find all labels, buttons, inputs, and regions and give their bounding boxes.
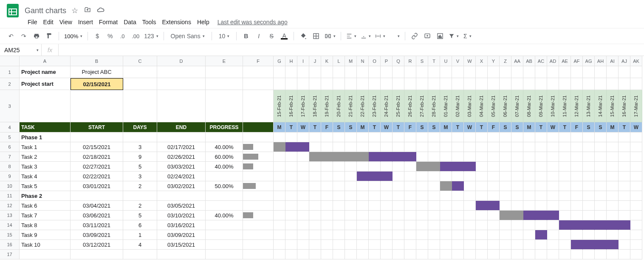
cell[interactable]: S [511,122,523,132]
cell[interactable] [357,78,369,90]
cell[interactable] [428,250,440,259]
cell[interactable] [393,172,404,181]
cell[interactable] [607,250,619,259]
cell[interactable] [393,181,404,191]
cell[interactable] [595,152,607,162]
cell[interactable] [404,211,416,220]
cell[interactable] [464,211,476,220]
cell[interactable]: W [381,122,393,132]
cell[interactable] [476,162,488,172]
cell[interactable] [404,66,416,78]
cell[interactable] [369,201,381,211]
cell[interactable] [357,181,369,191]
cell[interactable] [297,172,309,181]
col-header-W[interactable]: W [464,56,476,66]
cell[interactable] [416,220,428,230]
cell[interactable] [607,230,619,240]
cell[interactable] [476,152,488,162]
cell[interactable] [274,220,285,230]
cell[interactable] [428,201,440,211]
cell[interactable] [559,142,571,152]
cell[interactable] [440,152,452,162]
cell[interactable] [452,132,464,142]
cell[interactable]: 02/15/2021 [71,142,123,152]
cell[interactable] [535,220,547,230]
cell[interactable] [274,230,285,240]
cell[interactable]: 9 [123,152,157,162]
cell[interactable] [123,90,157,122]
cell[interactable] [523,152,535,162]
cell[interactable] [511,152,523,162]
cell[interactable]: DAYS [123,122,157,132]
cell[interactable]: F [571,122,583,132]
cell[interactable] [619,201,630,211]
col-header-Y[interactable]: Y [488,56,500,66]
cell[interactable] [619,250,630,259]
cell[interactable] [309,240,321,250]
cell[interactable] [285,152,297,162]
cell[interactable]: 4 [123,240,157,250]
cell[interactable] [583,220,595,230]
cell[interactable] [476,66,488,78]
cell[interactable]: 03/01/2021 [71,181,123,191]
cell[interactable]: Project ABC [71,66,123,78]
cell[interactable]: 05-Mar-21 [488,90,500,122]
cell[interactable] [357,162,369,172]
cell[interactable] [357,220,369,230]
col-header-AE[interactable]: AE [559,56,571,66]
print-button[interactable] [31,30,42,42]
cell[interactable] [309,181,321,191]
cell[interactable] [243,230,274,240]
row-header-14[interactable]: 14 [0,220,20,230]
cell[interactable]: T [619,122,630,132]
cell[interactable] [630,211,642,220]
cell[interactable] [345,132,357,142]
col-header-AI[interactable]: AI [607,56,619,66]
cell[interactable] [369,142,381,152]
cell[interactable] [285,66,297,78]
cell[interactable] [404,162,416,172]
cell[interactable] [571,181,583,191]
cell[interactable] [440,132,452,142]
cell[interactable]: T [535,122,547,132]
cell[interactable] [309,191,321,201]
cell[interactable] [500,250,511,259]
cell[interactable] [607,132,619,142]
row-header-6[interactable]: 6 [0,142,20,152]
cell[interactable]: 02/24/2021 [157,172,206,181]
cell[interactable] [630,201,642,211]
select-all-corner[interactable] [0,56,20,66]
cell[interactable] [321,132,333,142]
col-header-D[interactable]: D [157,56,206,66]
cell[interactable] [595,78,607,90]
bold-button[interactable]: B [240,30,252,42]
cell[interactable] [440,181,452,191]
cell[interactable] [243,211,274,220]
cell[interactable] [206,78,243,90]
cell[interactable] [523,240,535,250]
col-header-X[interactable]: X [476,56,488,66]
cell[interactable] [607,211,619,220]
cell[interactable] [297,66,309,78]
cell[interactable] [381,250,393,259]
cell[interactable]: W [297,122,309,132]
currency-button[interactable]: $ [91,30,103,42]
cell[interactable] [333,230,345,240]
cell[interactable]: 5 [123,162,157,172]
cell[interactable]: F [321,122,333,132]
cell[interactable] [547,172,559,181]
cell[interactable] [123,191,157,201]
cell[interactable] [369,132,381,142]
cell[interactable] [607,240,619,250]
menu-help[interactable]: Help [194,17,212,27]
cell[interactable] [452,230,464,240]
cell[interactable] [404,132,416,142]
cell[interactable] [369,152,381,162]
cell[interactable]: Task 9 [20,230,71,240]
cell[interactable] [333,181,345,191]
cell[interactable] [607,162,619,172]
cell[interactable] [333,132,345,142]
cell[interactable] [404,230,416,240]
cell[interactable] [452,220,464,230]
cell[interactable]: M [274,122,285,132]
